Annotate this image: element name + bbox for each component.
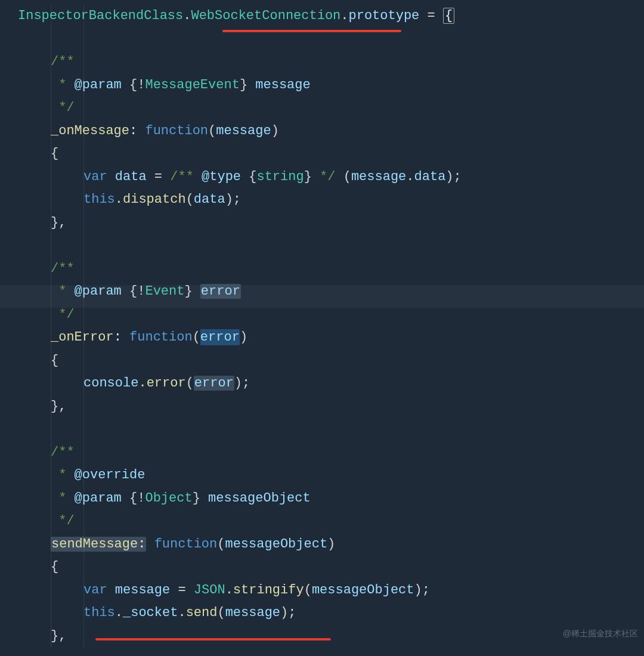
code-line[interactable]: /** (18, 51, 644, 74)
code-editor[interactable]: InspectorBackendClass.WebSocketConnectio… (0, 5, 644, 648)
code-line[interactable] (18, 28, 644, 51)
code-line[interactable]: console.error(error); (18, 372, 644, 395)
code-line[interactable]: * @override (18, 464, 644, 487)
cursor-icon: { (443, 8, 454, 24)
selected-word: error (200, 329, 240, 345)
highlighted-word: error (200, 284, 241, 299)
code-line[interactable]: * @param {!Event} error (18, 280, 644, 304)
code-line[interactable]: /** (18, 441, 644, 465)
code-line[interactable]: /** (18, 258, 644, 281)
code-line[interactable]: _onMessage: function(message) (18, 120, 644, 143)
code-line[interactable]: var message = JSON.stringify(messageObje… (18, 579, 644, 602)
watermark: @稀土掘金技术社区 (563, 626, 638, 641)
code-line[interactable]: { (18, 349, 644, 373)
code-line[interactable]: }, (18, 212, 644, 235)
method-name: _onMessage (51, 123, 129, 138)
code-line[interactable]: */ (18, 97, 644, 120)
method-name: sendMessage (51, 537, 138, 552)
code-line[interactable]: sendMessage: function(messageObject) (18, 533, 644, 556)
code-line[interactable]: * @param {!MessageEvent} message (18, 74, 644, 97)
code-line[interactable]: }, (18, 625, 644, 648)
code-line[interactable] (18, 234, 644, 258)
method-name: _onError (51, 330, 114, 345)
code-line[interactable]: */ (18, 510, 644, 533)
code-line[interactable] (18, 418, 644, 441)
code-line[interactable]: _onError: function(error) (18, 326, 644, 349)
highlighted-word: error (194, 376, 234, 391)
code-line[interactable]: this._socket.send(message); (18, 602, 644, 625)
identifier: InspectorBackendClass (18, 8, 183, 23)
highlighted-word: sendMessage: (51, 537, 146, 552)
identifier: WebSocketConnection (191, 8, 340, 23)
code-line[interactable]: InspectorBackendClass.WebSocketConnectio… (18, 5, 644, 28)
code-line[interactable]: { (18, 143, 644, 166)
code-line[interactable]: var data = /** @type {string} */ (messag… (18, 166, 644, 189)
code-line[interactable]: * @param {!Object} messageObject (18, 487, 644, 510)
code-line[interactable]: */ (18, 304, 644, 327)
code-line[interactable]: { (18, 556, 644, 579)
code-line[interactable]: this.dispatch(data); (18, 188, 644, 212)
code-line[interactable]: }, (18, 395, 644, 419)
